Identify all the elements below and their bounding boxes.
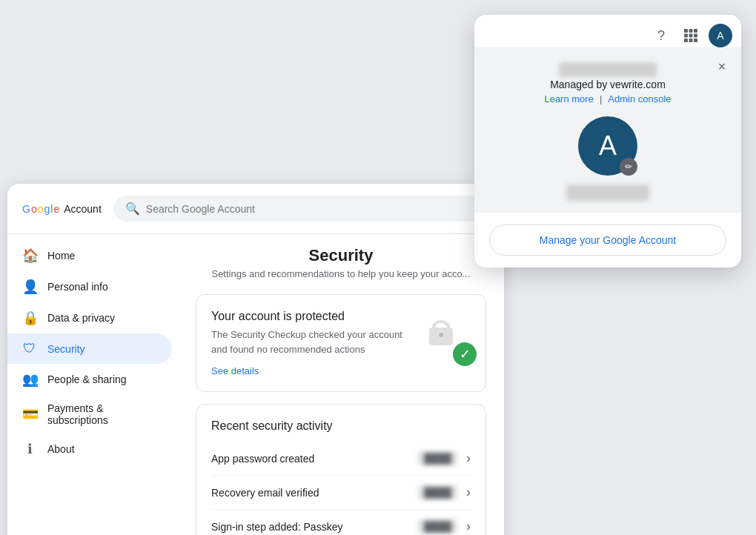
info-icon: ℹ xyxy=(22,441,37,457)
security-shield-graphic: ✓ xyxy=(423,310,471,363)
svg-rect-9 xyxy=(684,39,688,42)
popup-managed-text: Managed by vewrite.com xyxy=(489,79,726,90)
sidebar: 🏠 Home 👤 Personal info 🔒 Data & privacy … xyxy=(7,234,178,535)
popup-header-section: × user@vewrite.com Managed by vewrite.co… xyxy=(474,47,741,213)
recent-activity-title: Recent security activity xyxy=(211,419,471,433)
lock-icon: 🔒 xyxy=(22,310,37,326)
account-body: 🏠 Home 👤 Personal info 🔒 Data & privacy … xyxy=(7,234,504,535)
popup-name: Hi, Account xyxy=(566,185,650,201)
search-icon: 🔍 xyxy=(125,202,140,216)
sidebar-label-payments: Payments & subscriptions xyxy=(47,402,157,426)
svg-rect-6 xyxy=(684,34,688,38)
admin-console-link[interactable]: Admin console xyxy=(608,93,671,104)
activity-time-0: ████ xyxy=(418,451,457,465)
learn-more-link[interactable]: Learn more xyxy=(544,93,593,104)
google-logo: G o o g l e Account xyxy=(22,203,102,215)
topbar-avatar[interactable]: A xyxy=(709,24,732,47)
search-input[interactable] xyxy=(146,203,477,215)
activity-item-1[interactable]: Recovery email verified ████ › xyxy=(211,476,471,510)
logo-l: l xyxy=(50,203,53,215)
close-button[interactable]: × xyxy=(712,56,732,77)
popup-links: Learn more | Admin console xyxy=(489,93,726,104)
payment-icon: 💳 xyxy=(22,406,37,422)
protected-desc: The Security Checkup checked your accoun… xyxy=(211,328,419,356)
popup-email: user@vewrite.com xyxy=(559,62,657,77)
sidebar-item-people-sharing[interactable]: 👥 People & sharing xyxy=(7,364,172,395)
popup-topbar: ? A xyxy=(474,15,741,47)
activity-time-1: ████ xyxy=(418,485,457,499)
chevron-icon-1: › xyxy=(466,485,471,500)
account-label: Account xyxy=(64,203,102,215)
avatar-edit-button[interactable]: ✏ xyxy=(620,158,637,176)
search-bar[interactable]: 🔍 xyxy=(113,196,489,222)
check-icon: ✓ xyxy=(460,346,471,362)
svg-rect-10 xyxy=(689,39,693,42)
avatar-letter: A xyxy=(599,130,617,162)
activity-label-2: Sign-in step added: Passkey xyxy=(211,521,418,533)
popup-avatar: A ✏ xyxy=(578,116,637,176)
account-window: G o o g l e Account 🔍 🏠 Home 👤 Personal … xyxy=(7,184,504,535)
close-icon: × xyxy=(718,59,726,75)
activity-label-0: App password created xyxy=(211,453,418,465)
sidebar-label-about: About xyxy=(47,443,75,455)
logo-e: e xyxy=(53,203,59,215)
shield-container: ✓ xyxy=(423,310,471,363)
people-icon: 👥 xyxy=(22,371,37,388)
main-content: Security Settings and recommendations to… xyxy=(178,234,504,535)
separator: | xyxy=(600,93,602,104)
activity-item-0[interactable]: App password created ████ › xyxy=(211,442,471,476)
logo-letters: G o o g l e xyxy=(22,203,59,215)
apps-button[interactable] xyxy=(679,24,703,47)
help-button[interactable]: ? xyxy=(649,24,673,47)
logo-o2: o xyxy=(38,203,44,215)
sidebar-label-data-privacy: Data & privacy xyxy=(47,312,115,324)
topbar-avatar-letter: A xyxy=(717,30,723,41)
account-header: G o o g l e Account 🔍 xyxy=(7,184,504,234)
sidebar-label-security: Security xyxy=(47,343,85,355)
logo-g: G xyxy=(22,203,30,215)
see-details-link[interactable]: See details xyxy=(211,365,419,376)
chevron-icon-0: › xyxy=(466,451,471,466)
shield-icon: 🛡 xyxy=(22,341,37,356)
lock-graphic xyxy=(423,310,459,351)
chevron-icon-2: › xyxy=(466,519,471,534)
svg-rect-7 xyxy=(689,34,693,38)
svg-rect-4 xyxy=(689,29,693,33)
sidebar-item-home[interactable]: 🏠 Home xyxy=(7,240,172,271)
sidebar-item-payments[interactable]: 💳 Payments & subscriptions xyxy=(7,395,172,433)
protected-title: Your account is protected xyxy=(211,310,419,323)
help-icon: ? xyxy=(657,28,665,44)
grid-icon xyxy=(684,29,697,42)
home-icon: 🏠 xyxy=(22,247,37,264)
activity-time-2: ████ xyxy=(418,519,457,534)
page-title: Security xyxy=(196,246,486,265)
protected-content: Your account is protected The Security C… xyxy=(211,310,419,376)
activity-item-2[interactable]: Sign-in step added: Passkey ████ › xyxy=(211,510,471,535)
sidebar-label-people: People & sharing xyxy=(47,373,127,385)
sidebar-item-data-privacy[interactable]: 🔒 Data & privacy xyxy=(7,302,172,333)
sidebar-label-personal-info: Personal info xyxy=(47,281,108,293)
profile-popup: ? A × user@vewrite.com Managed by vewri xyxy=(474,15,741,268)
protected-card: Your account is protected The Security C… xyxy=(196,294,486,392)
page-subtitle: Settings and recommendations to help you… xyxy=(196,268,486,279)
logo-o1: o xyxy=(31,203,37,215)
sidebar-item-security[interactable]: 🛡 Security xyxy=(7,333,172,364)
logo-g2: g xyxy=(44,203,50,215)
person-icon: 👤 xyxy=(22,279,37,295)
sidebar-item-about[interactable]: ℹ About xyxy=(7,433,172,465)
svg-point-2 xyxy=(439,333,443,337)
svg-rect-11 xyxy=(694,39,697,42)
svg-rect-3 xyxy=(684,29,688,33)
activity-label-1: Recovery email verified xyxy=(211,487,418,499)
pencil-icon: ✏ xyxy=(625,162,632,172)
recent-activity-card: Recent security activity App password cr… xyxy=(196,404,486,535)
svg-rect-5 xyxy=(694,29,697,33)
manage-account-button[interactable]: Manage your Google Account xyxy=(489,225,726,256)
svg-rect-8 xyxy=(694,34,697,38)
check-badge: ✓ xyxy=(453,342,477,366)
sidebar-label-home: Home xyxy=(47,250,75,262)
sidebar-item-personal-info[interactable]: 👤 Personal info xyxy=(7,271,172,302)
